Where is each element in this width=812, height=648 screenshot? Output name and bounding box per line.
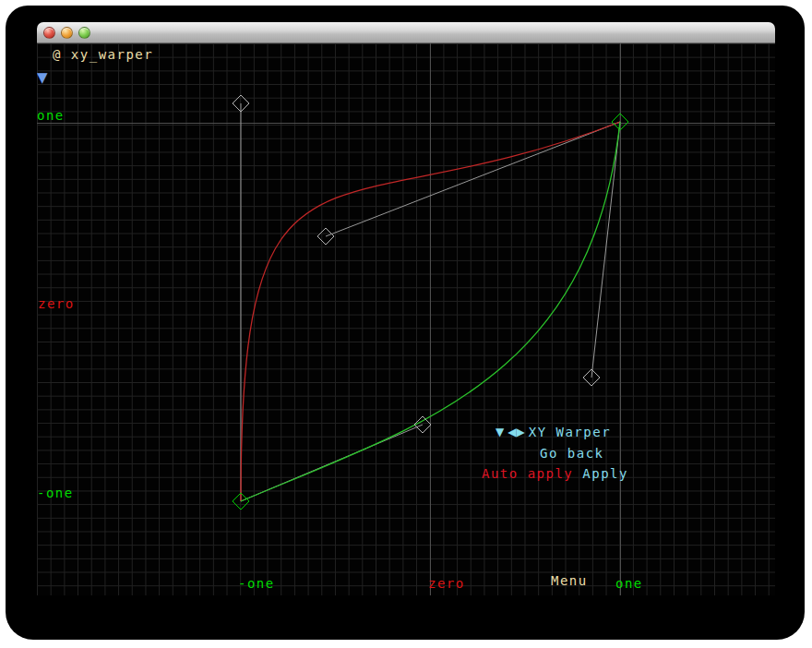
axis-tick-label: zero — [428, 577, 465, 591]
node-title: @ xy_warper — [53, 48, 153, 62]
axis-tick-label: -one — [238, 577, 275, 591]
menu-title: XY Warper — [529, 425, 611, 439]
menu-row-goback: Go back — [540, 446, 604, 461]
axis-tick-label: -one — [37, 486, 74, 500]
dropdown-icon[interactable]: ▼ — [496, 425, 504, 439]
node-dropdown-icon[interactable]: ▼ — [37, 71, 48, 85]
grid — [37, 43, 775, 595]
menu-item-auto-apply[interactable]: Auto apply — [482, 466, 573, 481]
menu-title-row: ▼ ◀ ▶ XY Warper — [496, 425, 611, 439]
window-titlebar[interactable] — [37, 22, 775, 43]
next-icon[interactable]: ▶ — [516, 425, 524, 439]
zoom-button[interactable] — [78, 27, 90, 39]
screenshot-stage: @ xy_warper ▼ onezero-one-onezeroone ▼ ◀… — [0, 0, 812, 648]
menu-row-apply: Auto apply Apply — [482, 466, 628, 481]
grid-major-lines — [37, 43, 775, 595]
axis-tick-label: one — [615, 577, 643, 591]
prev-icon[interactable]: ◀ — [508, 425, 516, 439]
axis-tick-label: one — [37, 109, 65, 123]
axis-tick-label: zero — [38, 297, 75, 311]
menu-item-apply[interactable]: Apply — [582, 466, 628, 481]
menu-item-go-back[interactable]: Go back — [540, 446, 604, 461]
menu-button[interactable]: Menu — [551, 573, 588, 588]
close-button[interactable] — [43, 27, 55, 39]
minimize-button[interactable] — [61, 27, 73, 39]
curve-canvas-svg — [37, 43, 775, 595]
curve-editor-canvas[interactable]: @ xy_warper ▼ onezero-one-onezeroone ▼ ◀… — [37, 43, 775, 595]
